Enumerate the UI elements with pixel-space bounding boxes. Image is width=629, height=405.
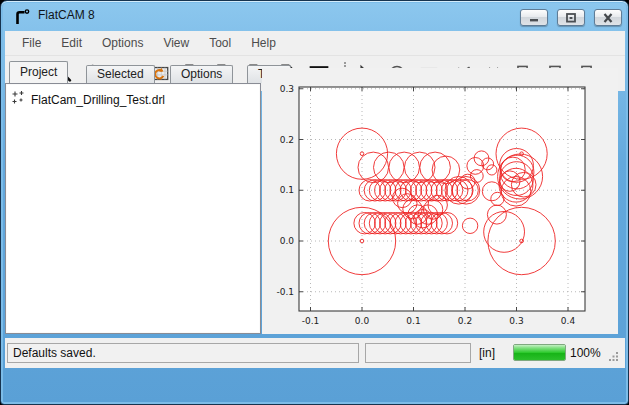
menu-item-view[interactable]: View <box>153 32 199 54</box>
flatcam-logo-icon <box>12 7 32 26</box>
menu-item-help[interactable]: Help <box>241 32 286 54</box>
title-bar[interactable]: FlatCAM 8 <box>1 1 628 31</box>
menu-item-options[interactable]: Options <box>92 32 153 54</box>
menu-bar: FileEditOptionsViewToolHelp <box>5 31 625 56</box>
resize-grip[interactable] <box>608 350 619 364</box>
tree-item-label: FlatCam_Drilling_Test.drl <box>31 93 165 107</box>
x-tick-label: 0.4 <box>561 316 576 326</box>
y-tick-label: 0.2 <box>280 135 294 145</box>
menu-item-edit[interactable]: Edit <box>51 32 92 54</box>
close-button[interactable] <box>594 9 622 26</box>
tab-selected[interactable]: Selected <box>86 65 155 83</box>
x-tick-label: 0.2 <box>458 316 472 326</box>
units-indicator: [in] <box>479 346 495 360</box>
screen: FlatCAM 8 FileEditOptionsViewToolHelp Ok… <box>0 0 629 405</box>
drill-points-icon <box>11 90 25 109</box>
plot-canvas[interactable]: -0.10.00.10.20.30.4-0.10.00.10.20.3 <box>262 68 618 334</box>
y-tick-label: -0.1 <box>276 287 294 297</box>
menu-item-file[interactable]: File <box>12 32 51 54</box>
project-tree[interactable]: FlatCam_Drilling_Test.drl <box>5 83 261 334</box>
status-message: Defaults saved. <box>7 343 359 363</box>
tree-item[interactable]: FlatCam_Drilling_Test.drl <box>9 88 257 111</box>
x-tick-label: -0.1 <box>302 316 320 326</box>
window-title: FlatCAM 8 <box>38 8 95 22</box>
x-tick-label: 0.1 <box>406 316 420 326</box>
y-tick-label: 0.0 <box>280 236 295 246</box>
x-tick-label: 0.0 <box>355 316 370 326</box>
x-tick-label: 0.3 <box>509 316 523 326</box>
status-secondary-field <box>365 343 471 363</box>
maximize-button[interactable] <box>557 9 585 26</box>
status-bar: Defaults saved. [in] 100% <box>5 338 625 368</box>
minimize-button[interactable] <box>520 9 548 26</box>
app-window: FlatCAM 8 FileEditOptionsViewToolHelp Ok… <box>0 0 629 405</box>
y-tick-label: 0.3 <box>280 84 294 94</box>
menu-item-tool[interactable]: Tool <box>199 32 241 54</box>
tab-project[interactable]: Project <box>9 61 68 83</box>
progress-bar <box>513 344 566 361</box>
tab-options[interactable]: Options <box>170 65 233 83</box>
y-tick-label: 0.1 <box>280 185 294 195</box>
progress-percent-label: 100% <box>570 346 601 360</box>
